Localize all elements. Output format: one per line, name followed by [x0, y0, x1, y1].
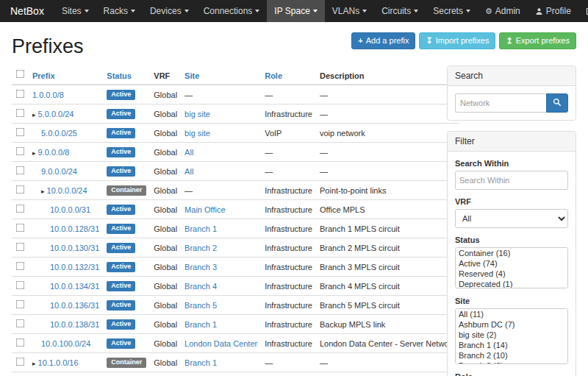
vrf-cell: Global [150, 219, 181, 238]
filter-option[interactable]: Branch 1 (14) [456, 340, 567, 350]
row-checkbox[interactable] [16, 166, 25, 175]
site-link[interactable]: Branch 5 [184, 301, 217, 310]
row-checkbox[interactable] [16, 338, 25, 347]
site-link[interactable]: big site [184, 129, 210, 138]
site-link[interactable]: Branch 3 [184, 263, 217, 272]
filter-option[interactable]: All (11) [456, 309, 567, 319]
filter-panel-title: Filter [448, 132, 576, 152]
row-checkbox[interactable] [16, 205, 25, 213]
role-cell: Infrastructure [261, 258, 316, 277]
table-row: 1.0.0.0/8ActiveGlobal——— [12, 85, 459, 104]
role-cell: Infrastructure [261, 104, 316, 124]
filter-option[interactable]: Branch 2 (10) [456, 350, 567, 361]
nav-item-circuits[interactable]: Circuits [374, 0, 426, 22]
select-all-checkbox[interactable] [16, 70, 25, 79]
prefix-link[interactable]: 10.0.0.134/31 [50, 282, 99, 291]
site-link[interactable]: All [184, 148, 193, 157]
column-header-site[interactable]: Site [181, 65, 261, 85]
export-prefixes-button[interactable]: ↥ Export prefixes [499, 32, 576, 49]
prefix-link[interactable]: 10.0.0.136/31 [50, 301, 99, 310]
site-link[interactable]: big site [184, 110, 210, 118]
role-cell: — [261, 162, 316, 181]
prefix-link[interactable]: 9.0.0.0/24 [41, 167, 77, 176]
prefix-link[interactable]: 10.0.100.0/24 [41, 339, 90, 348]
row-checkbox[interactable] [16, 128, 25, 137]
site-link[interactable]: Main Office [184, 205, 225, 214]
row-checkbox[interactable] [16, 224, 25, 233]
column-header-prefix[interactable]: Prefix [29, 65, 103, 85]
site-filter-list[interactable]: All (11)Ashburn DC (7)big site (2)Branch… [455, 308, 568, 364]
prefix-link[interactable]: 9.0.0.0/8 [38, 148, 70, 157]
nav-item-connections[interactable]: Connections [196, 0, 268, 22]
nav-item-ip-space[interactable]: IP Space [267, 0, 324, 22]
filter-option[interactable]: Deprecated (1) [456, 279, 567, 288]
nav-item-sites[interactable]: Sites [54, 0, 96, 22]
role-cell: — [261, 353, 316, 372]
search-input[interactable] [455, 93, 546, 113]
site-cell: big site [181, 104, 261, 124]
site-link[interactable]: Branch 2 [184, 244, 217, 252]
prefix-link[interactable]: 10.0.0.128/31 [50, 224, 99, 233]
filter-option[interactable]: big site (2) [456, 330, 567, 340]
row-checkbox[interactable] [16, 90, 25, 99]
filter-option[interactable]: Reserved (4) [456, 269, 567, 279]
role-cell: VoIP [261, 124, 316, 143]
filter-option[interactable]: Branch 3 (6) [456, 361, 567, 364]
site-link[interactable]: Branch 1 [184, 320, 217, 329]
status-badge: Active [107, 128, 135, 138]
site-link[interactable]: Branch 4 [184, 282, 217, 291]
site-link[interactable]: All [184, 167, 193, 176]
search-within-input[interactable] [455, 171, 568, 190]
site-link[interactable]: Branch 1 [184, 358, 217, 367]
prefix-link[interactable]: 10.0.0.0/31 [50, 205, 90, 214]
status-badge: Container [107, 358, 146, 368]
row-checkbox[interactable] [16, 243, 25, 252]
prefix-link[interactable]: 5.0.0.0/24 [38, 110, 74, 118]
add-prefix-button[interactable]: + Add a prefix [351, 32, 415, 49]
top-navbar: NetBox SitesRacksDevicesConnectionsIP Sp… [0, 0, 588, 22]
vrf-cell: Global [150, 238, 181, 258]
filter-option[interactable]: Container (16) [456, 248, 567, 258]
nav-item-secrets[interactable]: Secrets [426, 0, 478, 22]
row-checkbox[interactable] [16, 300, 25, 309]
prefix-link[interactable]: 10.1.0.0/16 [38, 358, 79, 367]
role-cell: Infrastructure [261, 219, 316, 238]
nav-item-devices[interactable]: Devices [143, 0, 196, 22]
nav-item-vlans[interactable]: VLANs [325, 0, 374, 22]
prefix-link[interactable]: 10.0.0.0/24 [47, 186, 87, 195]
filter-option[interactable]: Ashburn DC (7) [456, 319, 567, 330]
nav-item-racks[interactable]: Racks [96, 0, 143, 22]
row-checkbox[interactable] [16, 109, 25, 118]
status-badge: Active [107, 109, 135, 119]
site-link[interactable]: Branch 1 [184, 224, 217, 233]
row-checkbox[interactable] [16, 281, 25, 290]
filter-option[interactable]: Active (74) [456, 258, 567, 269]
prefix-link[interactable]: 1.0.0.0/8 [32, 91, 64, 99]
brand-link[interactable]: NetBox [0, 0, 54, 22]
site-link[interactable]: London Data Center [184, 339, 257, 348]
nav-item-profile[interactable]: Profile [528, 0, 578, 22]
row-checkbox[interactable] [16, 319, 25, 328]
prefix-link[interactable]: 5.0.0.0/25 [41, 129, 77, 138]
prefix-link[interactable]: 10.0.0.138/31 [50, 320, 99, 329]
search-panel: Search [447, 65, 576, 121]
site-cell: Branch 1 [181, 372, 261, 376]
import-prefixes-button[interactable]: ↧ Import prefixes [419, 32, 495, 49]
chevron-down-icon [131, 10, 135, 13]
status-filter-list[interactable]: Container (16)Active (74)Reserved (4)Dep… [455, 247, 568, 288]
column-header-role[interactable]: Role [261, 65, 316, 85]
prefix-link[interactable]: 10.0.0.132/31 [50, 263, 99, 272]
nav-item-admin[interactable]: ⚙ Admin [478, 0, 528, 22]
row-checkbox[interactable] [16, 358, 25, 366]
prefix-link[interactable]: 10.0.0.130/31 [50, 244, 99, 252]
row-checkbox[interactable] [16, 185, 25, 194]
column-header-status[interactable]: Status [103, 65, 150, 85]
row-checkbox[interactable] [16, 262, 25, 271]
row-checkbox[interactable] [16, 147, 25, 156]
vrf-select[interactable]: All [455, 209, 568, 228]
site-cell: Branch 1 [181, 315, 261, 334]
search-button[interactable] [546, 93, 568, 113]
status-badge: Active [107, 243, 135, 253]
nav-item-logout[interactable]: Log out [578, 0, 588, 22]
column-header-vrf: VRF [150, 65, 181, 85]
